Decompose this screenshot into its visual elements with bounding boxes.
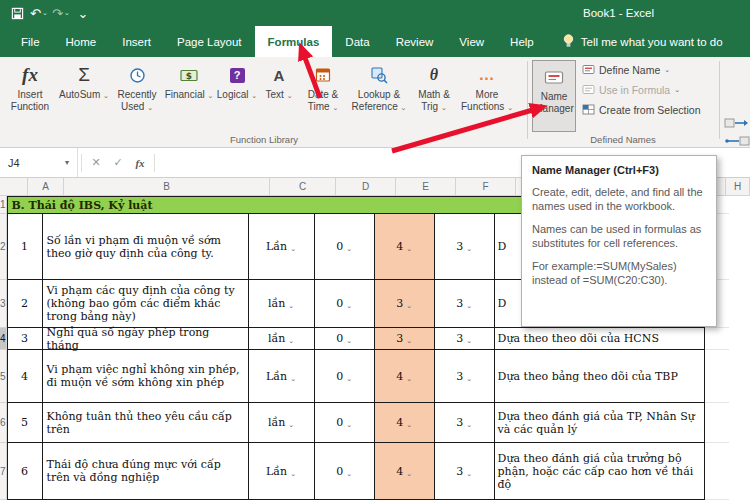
- cell-note[interactable]: Dựa theo bảng theo dõi của TBP: [495, 350, 705, 403]
- cell-h[interactable]: [705, 403, 729, 443]
- dropdown-caret[interactable]: ⌄: [466, 418, 472, 431]
- cell-weight[interactable]: 3⌄: [435, 214, 495, 280]
- cell-base[interactable]: 0⌄: [315, 280, 375, 328]
- trace-precedents-icon[interactable]: [724, 117, 750, 129]
- customize-qat-button[interactable]: ⌄: [74, 3, 92, 23]
- dropdown-caret[interactable]: ⌄: [466, 242, 472, 255]
- dropdown-caret[interactable]: ⌄: [288, 299, 294, 312]
- cell-weight[interactable]: 3⌄: [435, 350, 495, 403]
- enter-button[interactable]: ✓: [107, 156, 129, 169]
- cell-unit[interactable]: lần⌄: [249, 403, 315, 443]
- cell-desc[interactable]: Số lần vi phạm đi muộn về sớm theo giờ q…: [43, 214, 249, 280]
- column-header-d[interactable]: D: [336, 178, 396, 196]
- dropdown-caret[interactable]: ⌄: [466, 334, 472, 347]
- dropdown-caret[interactable]: ⌄: [346, 372, 352, 385]
- dropdown-caret[interactable]: ⌄: [346, 299, 352, 312]
- name-box[interactable]: J4 ▾: [0, 148, 78, 177]
- cell-unit[interactable]: Lần⌄: [249, 443, 315, 500]
- dropdown-caret[interactable]: ⌄: [290, 372, 296, 385]
- cell-weight[interactable]: 3⌄: [435, 403, 495, 443]
- column-header-c[interactable]: C: [270, 178, 336, 196]
- cell-score[interactable]: 4⌄: [375, 403, 435, 443]
- dropdown-caret[interactable]: ⌄: [288, 418, 294, 431]
- dropdown-caret[interactable]: ⌄: [290, 467, 296, 480]
- insert-function-button[interactable]: fx Insert Function: [2, 57, 58, 133]
- cell-base[interactable]: 0⌄: [315, 403, 375, 443]
- cell-desc[interactable]: Nghỉ quá số ngày phép trong tháng: [43, 328, 249, 350]
- cell-unit[interactable]: Lần⌄: [249, 214, 315, 280]
- dropdown-caret[interactable]: ⌄: [346, 467, 352, 480]
- cell-base[interactable]: 0⌄: [315, 328, 375, 350]
- tab-review[interactable]: Review: [383, 26, 447, 57]
- text-button[interactable]: A Text ⌄: [260, 57, 298, 133]
- cell-desc[interactable]: Vi phạm việc nghỉ không xin phép, đi muộ…: [43, 350, 249, 403]
- lookup-reference-button[interactable]: Lookup & Reference ⌄: [348, 57, 410, 133]
- dropdown-caret[interactable]: ⌄: [406, 334, 412, 347]
- cell-base[interactable]: 0⌄: [315, 443, 375, 500]
- cell-note[interactable]: Dựa theo đánh giá của trưởng bộ phận, ho…: [495, 443, 705, 500]
- tab-data[interactable]: Data: [332, 26, 382, 57]
- cell-note[interactable]: Dựa theo theo dõi của HCNS: [495, 328, 705, 350]
- cell-num[interactable]: 3: [7, 328, 43, 350]
- tab-view[interactable]: View: [446, 26, 497, 57]
- cell-weight[interactable]: 3⌄: [435, 280, 495, 328]
- cell-h[interactable]: [705, 350, 729, 403]
- tab-formulas[interactable]: Formulas: [255, 26, 333, 57]
- cell-weight[interactable]: 3⌄: [435, 443, 495, 500]
- cell-base[interactable]: 0⌄: [315, 350, 375, 403]
- cell-score[interactable]: 3⌄: [375, 280, 435, 328]
- tab-home[interactable]: Home: [53, 26, 110, 57]
- cell-num[interactable]: 4: [7, 350, 43, 403]
- dropdown-caret[interactable]: ⌄: [466, 299, 472, 312]
- define-name-button[interactable]: Define Name ⌄: [582, 61, 714, 78]
- cell-score[interactable]: 4⌄: [375, 214, 435, 280]
- undo-button[interactable]: ↶ ⌄: [30, 3, 48, 23]
- trace-dependents-icon[interactable]: [724, 135, 750, 147]
- cell-desc[interactable]: Không tuân thủ theo yêu cầu cấp trên: [43, 403, 249, 443]
- cell-unit[interactable]: lần⌄: [249, 328, 315, 350]
- cell-h[interactable]: [705, 328, 729, 350]
- tab-insert[interactable]: Insert: [109, 26, 164, 57]
- dropdown-caret[interactable]: ⌄: [346, 418, 352, 431]
- cell-score[interactable]: 4⌄: [375, 443, 435, 500]
- dropdown-caret[interactable]: ⌄: [290, 242, 296, 255]
- redo-button[interactable]: ↷ ⌄: [52, 3, 70, 23]
- insert-function-fx-button[interactable]: fx: [129, 157, 151, 169]
- cell-unit[interactable]: Lần⌄: [249, 350, 315, 403]
- cell-desc[interactable]: Vi phạm các quy định của công ty (không …: [43, 280, 249, 328]
- tab-file[interactable]: File: [8, 26, 53, 57]
- name-box-caret[interactable]: ▾: [65, 158, 69, 167]
- cell-score[interactable]: 4⌄: [375, 350, 435, 403]
- dropdown-caret[interactable]: ⌄: [406, 467, 412, 480]
- math-trig-button[interactable]: θ Math & Trig ⌄: [410, 57, 458, 133]
- cell-unit[interactable]: lần⌄: [249, 280, 315, 328]
- cell-desc[interactable]: Thái độ chưa đúng mực với cấp trên và đồ…: [43, 443, 249, 500]
- create-from-selection-button[interactable]: Create from Selection: [582, 101, 714, 118]
- dropdown-caret[interactable]: ⌄: [406, 299, 412, 312]
- dropdown-caret[interactable]: ⌄: [406, 418, 412, 431]
- column-header-f[interactable]: F: [456, 178, 516, 196]
- cancel-button[interactable]: ✕: [85, 156, 107, 169]
- tell-me-box[interactable]: Tell me what you want to do: [563, 26, 723, 57]
- autosum-button[interactable]: Σ AutoSum ⌄: [58, 57, 110, 133]
- more-functions-button[interactable]: … More Functions ⌄: [458, 57, 516, 133]
- tab-help[interactable]: Help: [497, 26, 547, 57]
- cell-h[interactable]: [705, 443, 729, 500]
- date-time-button[interactable]: Date & Time ⌄: [298, 57, 348, 133]
- tab-page-layout[interactable]: Page Layout: [164, 26, 255, 57]
- logical-button[interactable]: ? Logical ⌄: [214, 57, 260, 133]
- column-header-a[interactable]: A: [28, 178, 64, 196]
- recently-used-button[interactable]: Recently Used ⌄: [110, 57, 164, 133]
- cell-num[interactable]: 1: [7, 214, 43, 280]
- dropdown-caret[interactable]: ⌄: [406, 372, 412, 385]
- cell-num[interactable]: 6: [7, 443, 43, 500]
- column-header-e[interactable]: E: [396, 178, 456, 196]
- dropdown-caret[interactable]: ⌄: [406, 242, 412, 255]
- dropdown-caret[interactable]: ⌄: [346, 242, 352, 255]
- save-button[interactable]: [8, 3, 26, 23]
- use-in-formula-button[interactable]: Use in Formula ⌄: [582, 81, 714, 98]
- dropdown-caret[interactable]: ⌄: [466, 467, 472, 480]
- cell-note[interactable]: Dựa theo đánh giá của TP, Nhân Sự và các…: [495, 403, 705, 443]
- dropdown-caret[interactable]: ⌄: [466, 372, 472, 385]
- column-header-b[interactable]: B: [64, 178, 270, 196]
